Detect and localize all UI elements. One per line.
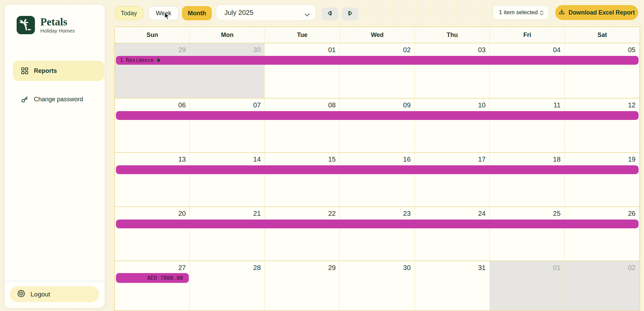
event-bar-label: 1 Residence [116,57,154,63]
month-select-value: July 2025 [224,9,254,17]
sidebar-item-reports[interactable]: Reports [13,61,104,81]
day-cell-30[interactable]: 30 [190,43,265,98]
day-cell-07[interactable]: 07 [190,99,265,152]
day-header-sat: Sat [565,27,640,43]
key-icon [21,96,28,103]
date-number: 31 [478,264,485,272]
calendar-month-view: SunMonTueWedThuFriSat 293001020304051 Re… [114,26,640,311]
date-number: 05 [628,46,636,54]
today-label: Today [121,10,137,17]
date-number: 09 [403,101,410,109]
day-header-mon: Mon [190,27,265,43]
brand-name: Petals [40,17,75,27]
date-number: 21 [253,210,261,217]
sidebar-item-change-password[interactable]: Change password [13,89,104,109]
chevron-up-down-icon [539,10,544,18]
event-bar[interactable]: AED 7800.00 [116,273,189,283]
day-cell-08[interactable]: 08 [265,99,340,152]
day-cell-06[interactable]: 06 [115,99,190,152]
day-cell-28[interactable]: 28 [190,261,265,311]
brand-logo: Petals Holiday Homes [17,16,75,34]
day-cell-19[interactable]: 19 [565,153,640,206]
date-number: 17 [478,156,485,163]
date-number: 03 [478,46,485,54]
date-number: 02 [628,264,636,272]
week-row: 27282930310102AED 7800.00 [115,261,640,311]
day-cell-20[interactable]: 20 [115,207,190,261]
date-number: 26 [628,210,636,217]
event-bar[interactable] [116,220,639,228]
grid-icon [21,67,28,75]
prev-month-button[interactable] [321,7,338,20]
items-selected-dropdown[interactable]: 1 item selected [492,5,549,20]
date-number: 29 [178,46,186,54]
month-select[interactable]: July 2025 [216,4,316,21]
day-cell-13[interactable]: 13 [115,153,190,206]
week-row: 293001020304051 Residence [115,43,640,99]
day-cell-22[interactable]: 22 [265,207,340,261]
day-header-wed: Wed [340,27,415,43]
next-month-button[interactable] [342,7,359,20]
day-cell-24[interactable]: 24 [415,207,490,261]
day-cell-01[interactable]: 01 [490,261,565,311]
day-cell-29[interactable]: 29 [115,43,190,98]
day-cell-14[interactable]: 14 [190,153,265,206]
logout-button[interactable]: Logout [10,286,99,302]
day-cell-29[interactable]: 29 [265,261,340,311]
day-cell-10[interactable]: 10 [415,99,490,152]
date-number: 06 [178,101,186,109]
download-excel-report-button[interactable]: Download Excel Report [555,5,638,20]
day-cell-21[interactable]: 21 [190,207,265,261]
date-number: 22 [328,210,336,217]
date-number: 12 [628,101,636,109]
day-cell-26[interactable]: 26 [565,207,640,261]
date-number: 28 [253,264,261,272]
day-cell-03[interactable]: 03 [415,43,490,98]
week-row: 06070809101112 [115,99,640,153]
date-number: 07 [253,101,261,109]
day-cell-02[interactable]: 02 [340,43,415,98]
date-number: 25 [553,210,561,217]
date-number: 30 [403,264,410,272]
download-icon [559,8,565,17]
date-number: 20 [178,210,186,217]
day-cell-18[interactable]: 18 [490,153,565,206]
day-cell-16[interactable]: 16 [340,153,415,206]
day-cell-09[interactable]: 09 [340,99,415,152]
date-number: 08 [328,101,336,109]
day-cell-31[interactable]: 31 [415,261,490,311]
date-number: 24 [478,210,485,217]
day-cell-02[interactable]: 02 [565,261,640,311]
calendar-body: 293001020304051 Residence060708091011121… [115,43,640,311]
event-bar[interactable] [116,165,639,174]
palm-tree-icon [17,16,35,34]
day-cell-17[interactable]: 17 [415,153,490,206]
day-cell-30[interactable]: 30 [340,261,415,311]
date-number: 23 [403,210,410,217]
month-label: Month [188,10,206,17]
today-button[interactable]: Today [115,6,143,20]
event-bar[interactable]: 1 Residence [116,56,639,65]
week-row: 20212223242526 [115,207,640,261]
day-cell-23[interactable]: 23 [340,207,415,261]
day-cell-15[interactable]: 15 [265,153,340,206]
event-bar[interactable] [116,111,639,120]
brand-tagline: Holiday Homes [40,28,75,34]
date-number: 14 [253,156,261,163]
date-number: 30 [253,46,261,54]
week-row: 13141516171819 [115,153,640,207]
day-cell-01[interactable]: 01 [265,43,340,98]
date-number: 11 [554,101,561,109]
day-cell-25[interactable]: 25 [490,207,565,261]
day-cell-04[interactable]: 04 [490,43,565,98]
day-cell-27[interactable]: 27 [115,261,190,311]
day-cell-11[interactable]: 11 [490,99,565,152]
date-number: 04 [553,46,561,54]
day-cell-12[interactable]: 12 [565,99,640,152]
day-cell-05[interactable]: 05 [565,43,640,98]
date-number: 16 [403,156,410,163]
week-button[interactable]: Week [148,6,179,20]
month-button[interactable]: Month [182,6,212,20]
day-header-sun: Sun [115,27,190,43]
date-number: 01 [328,46,336,54]
